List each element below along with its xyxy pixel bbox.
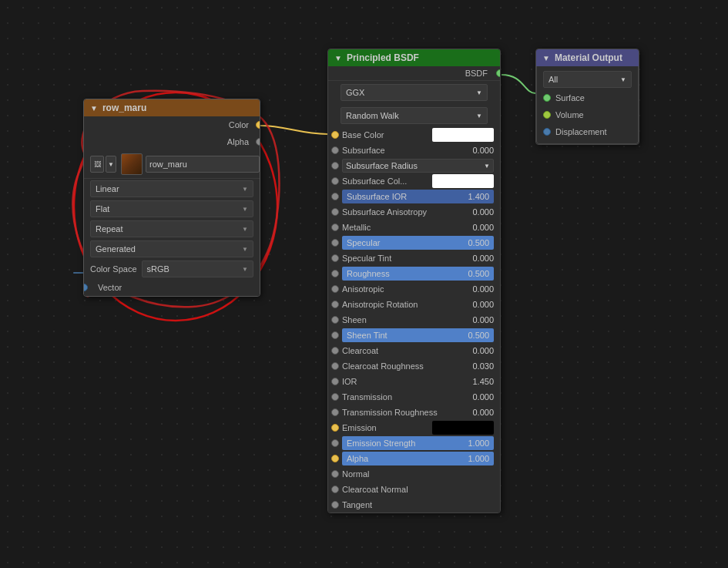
prop-clearcoat-roughness: Clearcoat Roughness 0.030 xyxy=(328,358,500,374)
subsurface-radius-socket[interactable] xyxy=(331,162,339,170)
subsurface-method-dropdown[interactable]: Random Walk ▼ xyxy=(341,107,488,124)
distribution-row: GGX ▼ xyxy=(328,81,500,104)
anisotropic-socket[interactable] xyxy=(331,285,339,293)
prop-roughness: Roughness 0.500 xyxy=(328,266,500,281)
specular-socket[interactable] xyxy=(331,239,339,247)
bsdf-node-title: Principled BSDF xyxy=(347,52,419,63)
color-output-socket[interactable] xyxy=(256,121,260,129)
volume-socket[interactable] xyxy=(543,111,551,119)
interpolation-row: Linear ▼ xyxy=(84,179,260,199)
extension-dropdown[interactable]: Repeat ▼ xyxy=(90,220,253,237)
distribution-arrow: ▼ xyxy=(476,89,482,96)
tangent-socket[interactable] xyxy=(331,501,339,509)
tangent-label: Tangent xyxy=(342,500,494,509)
displacement-label: Displacement xyxy=(555,127,607,136)
emission-swatch[interactable] xyxy=(432,421,494,435)
anisotropic-value: 0.000 xyxy=(463,284,494,294)
sheen-label: Sheen xyxy=(342,315,460,324)
source-dropdown[interactable]: Generated ▼ xyxy=(90,240,253,257)
subsurface-socket[interactable] xyxy=(331,146,339,154)
specular-tint-label: Specular Tint xyxy=(342,254,460,263)
base-color-swatch[interactable] xyxy=(432,128,494,142)
sheen-socket[interactable] xyxy=(331,316,339,324)
bsdf-node-header: ▼ Principled BSDF xyxy=(328,49,500,66)
sheen-tint-bar[interactable]: Sheen Tint 0.500 xyxy=(342,328,494,342)
prop-emission-strength: Emission Strength 1.000 xyxy=(328,435,500,451)
anisotropic-rot-label: Anisotropic Rotation xyxy=(342,300,460,309)
anisotropic-rot-socket[interactable] xyxy=(331,301,339,308)
specular-bar[interactable]: Specular 0.500 xyxy=(342,236,494,250)
projection-value: Flat xyxy=(96,204,109,213)
interpolation-dropdown[interactable]: Linear ▼ xyxy=(90,180,253,197)
mat-output-target-select[interactable]: All ▼ xyxy=(543,71,632,88)
alpha-socket[interactable] xyxy=(331,455,339,462)
ior-socket[interactable] xyxy=(331,378,339,385)
clearcoat-normal-socket[interactable] xyxy=(331,486,339,493)
prop-clearcoat: Clearcoat 0.000 xyxy=(328,343,500,358)
transmission-socket[interactable] xyxy=(331,393,339,401)
dropdown-arrow-icon3: ▼ xyxy=(242,226,248,233)
normal-socket[interactable] xyxy=(331,470,339,478)
transmission-roughness-socket[interactable] xyxy=(331,408,339,416)
collapse-icon[interactable]: ▼ xyxy=(90,104,98,113)
base-color-socket[interactable] xyxy=(331,131,339,139)
transmission-roughness-value: 0.000 xyxy=(463,408,494,417)
vector-input-socket[interactable] xyxy=(83,284,88,291)
alpha-output-socket[interactable] xyxy=(256,138,260,146)
prop-tangent: Tangent xyxy=(328,497,500,513)
prop-subsurface: Subsurface 0.000 xyxy=(328,143,500,158)
specular-tint-socket[interactable] xyxy=(331,254,339,262)
texture-node-header: ▼ row_maru xyxy=(84,99,260,116)
metallic-socket[interactable] xyxy=(331,224,339,231)
anisotropic-rot-value: 0.000 xyxy=(463,300,494,309)
emission-strength-socket[interactable] xyxy=(331,439,339,447)
prop-transmission: Transmission 0.000 xyxy=(328,389,500,405)
distribution-dropdown[interactable]: GGX ▼ xyxy=(341,84,488,101)
alpha-label: Alpha xyxy=(90,137,253,146)
image-name-field[interactable] xyxy=(146,156,260,173)
clearcoat-value: 0.000 xyxy=(463,346,494,355)
mat-output-collapse-icon[interactable]: ▼ xyxy=(542,54,550,62)
prop-subsurface-anisotropy: Subsurface Anisotropy 0.000 xyxy=(328,204,500,220)
volume-input-row: Volume xyxy=(537,106,638,123)
clearcoat-roughness-label: Clearcoat Roughness xyxy=(342,361,460,371)
subsurface-col-socket[interactable] xyxy=(331,177,339,185)
bsdf-node: ▼ Principled BSDF BSDF GGX ▼ Random Walk… xyxy=(327,49,501,513)
prop-subsurface-col: Subsurface Col... xyxy=(328,173,500,189)
ior-value: 1.450 xyxy=(463,377,494,386)
subsurface-col-label: Subsurface Col... xyxy=(342,176,429,186)
subsurface-ior-bar[interactable]: Subsurface IOR 1.400 xyxy=(342,190,494,203)
volume-label: Volume xyxy=(555,110,584,119)
color-space-dropdown[interactable]: sRGB ▼ xyxy=(142,260,253,277)
subsurface-ior-socket[interactable] xyxy=(331,193,339,200)
image-icon[interactable]: 🖼 xyxy=(90,156,104,173)
emission-strength-bar[interactable]: Emission Strength 1.000 xyxy=(342,436,494,450)
clearcoat-socket[interactable] xyxy=(331,347,339,355)
metallic-label: Metallic xyxy=(342,223,460,232)
alpha-bar[interactable]: Alpha 1.000 xyxy=(342,452,494,465)
material-output-node: ▼ Material Output All ▼ Surface Volume D… xyxy=(535,49,639,145)
mat-output-target-arrow: ▼ xyxy=(620,76,626,83)
emission-socket[interactable] xyxy=(331,424,339,432)
dropdown-arrow-icon2: ▼ xyxy=(242,206,248,213)
clearcoat-roughness-value: 0.030 xyxy=(463,361,494,371)
extension-row: Repeat ▼ xyxy=(84,219,260,239)
subsurface-radius-select[interactable]: Subsurface Radius ▼ xyxy=(342,159,494,173)
bsdf-output-socket[interactable] xyxy=(496,69,501,77)
subsurface-col-swatch[interactable] xyxy=(432,174,494,188)
texture-node-title: row_maru xyxy=(102,103,146,113)
anisotropic-label: Anisotropic xyxy=(342,284,460,294)
source-row: Generated ▼ xyxy=(84,239,260,259)
surface-socket[interactable] xyxy=(543,94,551,102)
roughness-bar[interactable]: Roughness 0.500 xyxy=(342,267,494,281)
sheen-tint-socket[interactable] xyxy=(331,331,339,339)
dropdown-arrow-btn[interactable]: ▼ xyxy=(106,156,116,173)
subsurface-aniso-socket[interactable] xyxy=(331,208,339,216)
specular-tint-value: 0.000 xyxy=(463,254,494,263)
displacement-socket[interactable] xyxy=(543,128,551,136)
roughness-socket[interactable] xyxy=(331,270,339,277)
clearcoat-roughness-socket[interactable] xyxy=(331,362,339,370)
prop-clearcoat-normal: Clearcoat Normal xyxy=(328,482,500,497)
projection-dropdown[interactable]: Flat ▼ xyxy=(90,200,253,217)
bsdf-collapse-icon[interactable]: ▼ xyxy=(334,54,342,62)
